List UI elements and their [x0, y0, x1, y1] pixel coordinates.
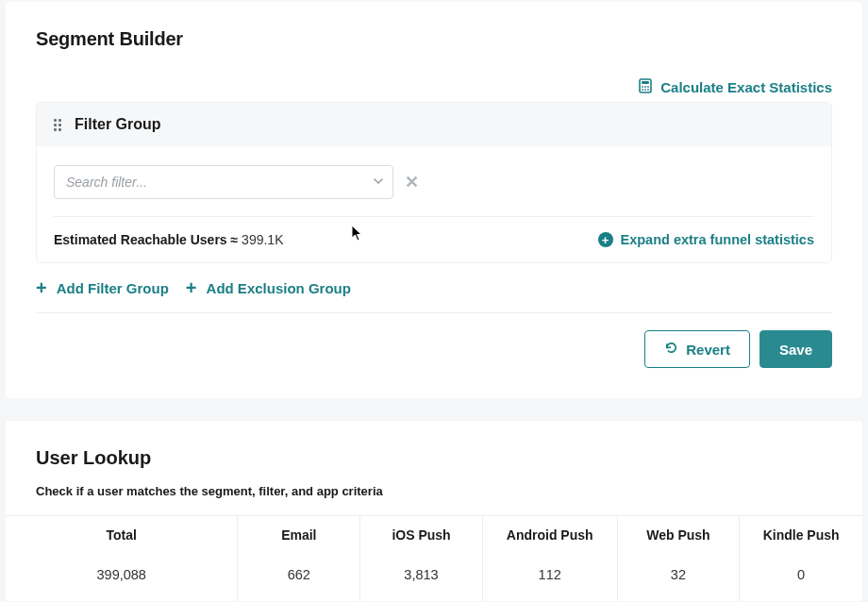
svg-point-3 — [644, 86, 646, 88]
svg-point-7 — [647, 89, 649, 91]
user-lookup-card: User Lookup Check if a user matches the … — [6, 421, 862, 601]
stats-val-web-push: 32 — [618, 554, 741, 601]
add-exclusion-group-button[interactable]: + Add Exclusion Group — [186, 278, 351, 297]
svg-rect-1 — [642, 81, 649, 84]
filter-search-row: ✕ — [54, 165, 814, 217]
filter-group-header: Filter Group — [37, 103, 831, 146]
stats-val-ios-push: 3,813 — [360, 554, 483, 601]
stats-val-total: 399,088 — [6, 554, 238, 601]
page-title: Segment Builder — [36, 28, 832, 50]
svg-point-2 — [642, 86, 643, 88]
revert-button[interactable]: Revert — [644, 330, 750, 368]
estimate-row: Estimated Reachable Users ≈ 399.1K + Exp… — [54, 217, 814, 247]
add-exclusion-group-label: Add Exclusion Group — [207, 280, 351, 296]
stats-val-kindle-push: 0 — [740, 554, 862, 601]
save-label: Save — [779, 342, 812, 358]
svg-point-4 — [647, 86, 649, 88]
plus-icon: + — [36, 278, 47, 297]
stats-col-android-push: Android Push — [483, 516, 618, 554]
drag-handle-icon[interactable] — [54, 119, 61, 131]
calculate-exact-stats-label: Calculate Exact Statistics — [660, 79, 832, 95]
filter-group-card: Filter Group ✕ Estimated Reachable Users… — [36, 102, 832, 263]
stats-val-email: 662 — [238, 554, 360, 601]
group-actions-row: + Add Filter Group + Add Exclusion Group — [36, 278, 832, 312]
stats-table: Total Email iOS Push Android Push Web Pu… — [6, 515, 862, 601]
undo-icon — [664, 341, 678, 358]
stats-col-email: Email — [238, 516, 360, 554]
estimated-label-text: Estimated Reachable Users ≈ — [54, 232, 242, 247]
svg-point-5 — [642, 89, 643, 91]
add-filter-group-button[interactable]: + Add Filter Group — [36, 278, 169, 297]
user-lookup-description: Check if a user matches the segment, fil… — [36, 484, 832, 498]
user-lookup-title: User Lookup — [36, 447, 832, 469]
segment-builder-card: Segment Builder Calculate Exact Statisti… — [6, 2, 862, 398]
stats-val-android-push: 112 — [483, 554, 618, 601]
calculate-exact-stats-link[interactable]: Calculate Exact Statistics — [638, 78, 832, 96]
stats-col-kindle-push: Kindle Push — [740, 516, 862, 554]
expand-funnel-label: Expand extra funnel statistics — [621, 232, 814, 247]
stats-col-web-push: Web Push — [618, 516, 741, 554]
filter-group-title: Filter Group — [75, 116, 161, 133]
footer-actions: Revert Save — [36, 312, 832, 368]
expand-funnel-stats-link[interactable]: + Expand extra funnel statistics — [598, 232, 814, 247]
filter-group-body: ✕ Estimated Reachable Users ≈ 399.1K + E… — [37, 146, 831, 262]
save-button[interactable]: Save — [760, 330, 832, 368]
stats-col-ios-push: iOS Push — [360, 516, 483, 554]
estimated-value: 399.1K — [242, 232, 283, 247]
filter-search-combo[interactable] — [54, 165, 393, 199]
remove-filter-button[interactable]: ✕ — [405, 174, 419, 191]
filter-search-input[interactable] — [54, 165, 393, 199]
revert-label: Revert — [686, 342, 730, 358]
calculator-icon — [638, 78, 653, 96]
add-filter-group-label: Add Filter Group — [57, 280, 169, 296]
plus-circle-icon: + — [598, 232, 613, 247]
stats-col-total: Total — [6, 516, 238, 554]
calculate-row: Calculate Exact Statistics — [36, 78, 832, 96]
plus-icon: + — [186, 278, 197, 297]
estimated-reachable-users: Estimated Reachable Users ≈ 399.1K — [54, 232, 283, 247]
svg-point-6 — [644, 89, 646, 91]
